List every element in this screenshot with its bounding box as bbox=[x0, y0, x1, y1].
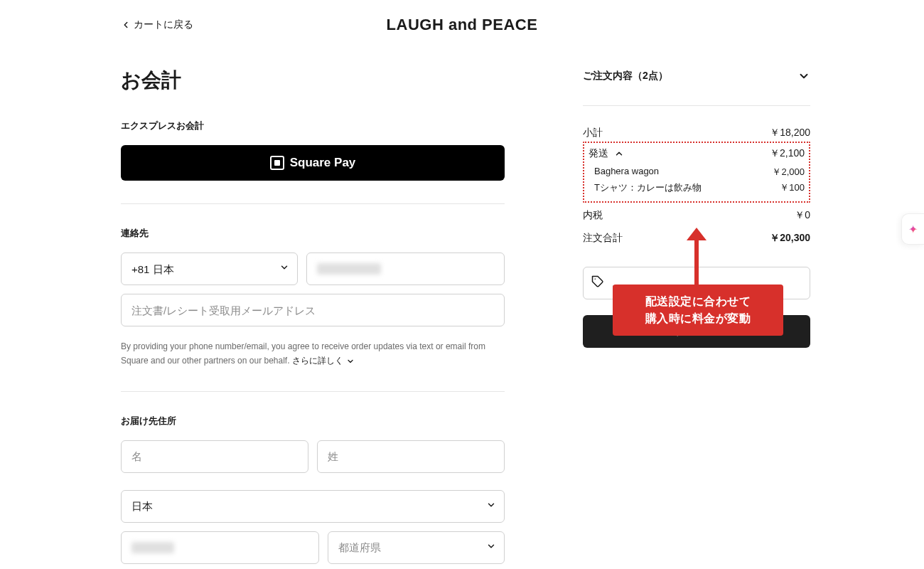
chevron-left-icon bbox=[121, 20, 131, 30]
divider bbox=[583, 105, 810, 106]
contact-section-label: 連絡先 bbox=[121, 227, 505, 240]
consent-text: By providing your phone number/email, yo… bbox=[121, 339, 505, 368]
shipping-line-item: Baghera wagon ￥2,000 bbox=[589, 164, 805, 180]
chevron-down-icon bbox=[797, 70, 810, 83]
redacted-value bbox=[317, 263, 381, 275]
postal-code-input[interactable] bbox=[121, 531, 319, 564]
last-name-input[interactable] bbox=[317, 440, 505, 473]
shipping-toggle[interactable]: 発送 ￥2,100 bbox=[589, 147, 805, 164]
shipping-line-item: Tシャツ：カレーは飲み物 ￥100 bbox=[589, 180, 805, 196]
back-to-cart-link[interactable]: カートに戻る bbox=[121, 18, 193, 31]
learn-more-link[interactable]: さらに詳しく bbox=[292, 353, 355, 368]
first-name-input[interactable] bbox=[121, 440, 308, 473]
shipping-section-label: お届け先住所 bbox=[121, 415, 505, 427]
express-checkout-label: エクスプレスお会計 bbox=[121, 119, 505, 132]
redacted-value bbox=[131, 542, 174, 553]
tag-icon bbox=[591, 275, 604, 291]
order-summary-toggle[interactable]: ご注文内容（2点） bbox=[583, 67, 810, 95]
tax-row: 内税 ￥0 bbox=[583, 204, 810, 227]
sparkle-icon: ✦ bbox=[908, 223, 918, 236]
chevron-down-icon bbox=[346, 357, 355, 366]
square-pay-button[interactable]: Square Pay bbox=[121, 145, 505, 181]
square-pay-label: Square Pay bbox=[290, 156, 356, 170]
page-title: お会計 bbox=[121, 67, 505, 94]
shipping-breakdown-highlight: 発送 ￥2,100 Baghera wagon ￥2,000 Tシャツ：カレーは… bbox=[583, 142, 810, 203]
annotation-arrow bbox=[694, 238, 699, 284]
brand-title: LAUGH and PEACE bbox=[387, 16, 538, 34]
annotation-callout: 配送設定に合わせて 購入時に料金が変動 bbox=[613, 284, 783, 336]
phone-input[interactable] bbox=[306, 252, 505, 285]
prefecture-select[interactable]: 都道府県 bbox=[328, 531, 505, 564]
email-input[interactable] bbox=[121, 294, 505, 326]
order-summary-label: ご注文内容（2点） bbox=[583, 70, 668, 83]
square-logo-icon bbox=[270, 156, 284, 170]
divider bbox=[121, 391, 505, 392]
back-link-label: カートに戻る bbox=[134, 18, 193, 31]
country-select[interactable]: 日本 bbox=[121, 490, 505, 523]
country-code-select[interactable]: +81 日本 bbox=[121, 252, 298, 285]
divider bbox=[121, 203, 505, 204]
ai-assist-fab[interactable]: ✦ bbox=[901, 213, 924, 245]
chevron-up-icon bbox=[614, 149, 624, 159]
